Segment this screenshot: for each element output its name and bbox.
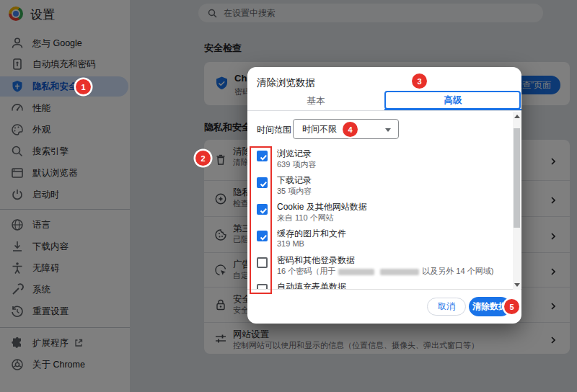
cancel-button[interactable]: 取消 xyxy=(427,298,466,316)
list-item-download-history: 下载记录 35 项内容 xyxy=(247,171,503,197)
scroll-down-arrow-icon[interactable] xyxy=(514,283,520,287)
time-range-value: 时间不限 xyxy=(302,123,337,135)
item-title: 密码和其他登录数据 xyxy=(277,254,355,267)
annotation-step-4: 4 xyxy=(343,122,358,137)
item-title: 自动填充表单数据 xyxy=(277,281,346,290)
annotation-advanced-tab-highlight-box xyxy=(384,91,521,110)
dialog-scroll-area: 时间范围 时间不限 浏览记录 639 项内容 下载记录 35 项内容 Cooki… xyxy=(247,112,521,290)
scrollbar-thumb[interactable] xyxy=(514,128,520,228)
item-title: Cookie 及其他网站数据 xyxy=(277,201,367,213)
chrome-settings-page: 设置 在设置中搜索 您与 Google 自动填充和密码 隐私和安全 性能 外观 … xyxy=(0,0,577,392)
redacted-site-name xyxy=(338,269,374,275)
list-item-cached-files: 缓存的图片和文件 319 MB xyxy=(247,224,503,251)
item-title: 浏览记录 xyxy=(277,148,312,160)
list-item-autofill-form-data: 自动填充表单数据 xyxy=(247,277,503,290)
item-title: 下载记录 xyxy=(277,174,312,187)
list-item-passwords: 密码和其他登录数据 16 个密码（用于以及另外 14 个网域) xyxy=(247,251,514,277)
annotation-step-3: 3 xyxy=(412,74,427,89)
item-subtitle: 来自 110 个网站 xyxy=(277,213,334,223)
scroll-up-arrow-icon[interactable] xyxy=(514,115,520,118)
annotation-step-2: 2 xyxy=(195,151,211,166)
item-title: 缓存的图片和文件 xyxy=(277,228,346,240)
tab-basic[interactable]: 基本 xyxy=(247,92,384,110)
item-subtitle: 319 MB xyxy=(277,239,304,248)
item-subtitle: 35 项内容 xyxy=(277,186,312,197)
item-subtitle: 16 个密码（用于以及另外 14 个网域) xyxy=(277,266,493,277)
annotation-step-1: 1 xyxy=(76,79,91,94)
dialog-scrollbar[interactable] xyxy=(513,112,521,290)
item-subtitle: 639 项内容 xyxy=(277,159,316,170)
list-item-browsing-history: 浏览记录 639 项内容 xyxy=(247,144,503,171)
time-range-label: 时间范围 xyxy=(257,124,291,136)
dropdown-caret-icon xyxy=(385,128,391,132)
list-item-cookies: Cookie 及其他网站数据 来自 110 个网站 xyxy=(247,197,503,224)
annotation-step-5: 5 xyxy=(504,299,519,314)
dialog-title: 清除浏览数据 xyxy=(257,76,315,89)
redacted-site-name xyxy=(380,269,419,275)
annotation-checkbox-highlight-box xyxy=(250,146,272,294)
